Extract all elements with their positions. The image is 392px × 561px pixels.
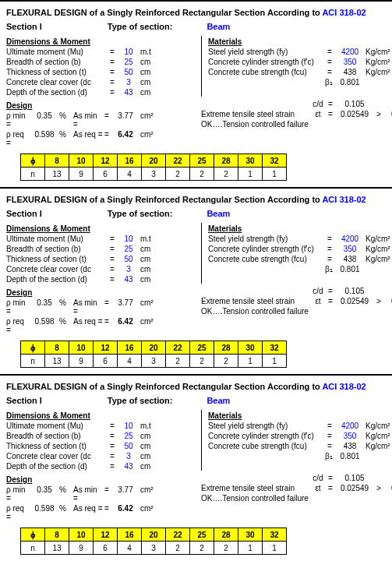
rho-val: 0.598 (30, 317, 59, 334)
design-heading: Design (6, 288, 193, 297)
dim-label: Depth of the section (d) (6, 88, 108, 97)
phi-label: ϕ (21, 528, 45, 542)
eq: = (325, 68, 334, 76)
bar-count: 2 (190, 542, 214, 555)
gt: > (374, 297, 383, 305)
eq: = (108, 58, 117, 66)
dim-label: Ultimate moment (Mu) (6, 48, 108, 56)
dim-label: Breadth of section (b) (6, 432, 108, 440)
mat-label: Concrete cube strength (fcu) (208, 442, 325, 450)
dr-val (335, 307, 374, 316)
dr-sym: εt (310, 110, 326, 118)
as-unit: cm² (140, 485, 164, 503)
eq: = (108, 432, 117, 440)
pct: % (59, 317, 73, 334)
bar-size: 12 (94, 341, 118, 355)
bar-size: 22 (166, 154, 190, 168)
dim-unit: cm (140, 68, 164, 76)
dim-unit: m.t (140, 422, 164, 430)
table-row: ϕ 8101216202225283032 (21, 528, 287, 542)
dr-sym: εt (310, 297, 326, 305)
rho-val: 0.35 (30, 298, 59, 316)
dim-unit: cm (140, 255, 164, 263)
bar-count: 1 (238, 542, 263, 555)
mat-val: 4200 (334, 422, 366, 430)
eq: = (326, 474, 335, 482)
mat-val: 0.801 (334, 452, 366, 460)
as-val: 3.77 (111, 111, 140, 129)
pct: % (59, 504, 73, 521)
eq: = (326, 110, 335, 118)
dim-val: 25 (117, 58, 140, 66)
bar-count: 4 (118, 542, 142, 555)
as-val: 3.77 (111, 298, 140, 316)
eq: = (108, 442, 117, 450)
eq: = (108, 275, 117, 284)
dr-sym (310, 307, 326, 316)
dr-sym: εt (310, 484, 326, 492)
title: FLEXURAL DESIGN of a Singly Reinforced R… (6, 382, 386, 391)
mat-val: 0.801 (334, 78, 366, 86)
pct: % (59, 298, 73, 316)
dr-val: 0.105 (335, 287, 374, 295)
dim-label: Ultimate moment (Mu) (6, 235, 108, 243)
dr-lim (383, 494, 392, 503)
section-type-row: Section I Type of section: Beam (6, 22, 386, 31)
design-right: c/d = 0.105 Extreme tensile steel strain… (201, 287, 392, 334)
eq: β₁ = (325, 265, 334, 273)
eq: = (108, 235, 117, 243)
bar-size: 32 (263, 341, 287, 355)
dim-unit: cm (140, 78, 164, 86)
dim-unit: cm (140, 58, 164, 66)
bar-size: 30 (238, 154, 263, 168)
design-heading: Design (6, 475, 193, 484)
dr-lim (383, 474, 392, 482)
dim-unit: cm (140, 452, 164, 460)
title-text: FLEXURAL DESIGN of a Singly Reinforced R… (6, 382, 322, 391)
eq: = (108, 255, 117, 263)
mat-val: 438 (334, 255, 366, 263)
eq (326, 120, 335, 129)
dr-label (201, 287, 310, 295)
mat-unit: Kg/cm² (366, 432, 392, 440)
rho-label: ρ req = (6, 504, 30, 521)
dim-unit: cm (140, 88, 164, 97)
bar-table: ϕ 8101216202225283032 n 13964322211 (20, 527, 287, 555)
dr-val: 0.02549 (335, 484, 374, 492)
bar-size: 10 (69, 154, 94, 168)
dim-val: 25 (117, 245, 140, 253)
pct: % (59, 111, 73, 129)
dim-label: Thickness of section (t) (6, 255, 108, 263)
gt: > (374, 110, 383, 118)
design-section: FLEXURAL DESIGN of a Singly Reinforced R… (0, 187, 392, 374)
mat-val: 4200 (334, 235, 366, 243)
dim-label: Breadth of section (b) (6, 58, 108, 66)
bar-size: 32 (263, 528, 287, 542)
rho-val: 0.598 (30, 504, 59, 521)
bar-count: 2 (214, 355, 238, 368)
mat-val: 4200 (334, 48, 366, 56)
bar-size: 22 (166, 528, 190, 542)
bar-count: 4 (118, 355, 142, 368)
bar-size: 8 (45, 154, 69, 168)
dr-label: Extreme tensile steel strain (201, 110, 310, 118)
dim-label: Thickness of section (t) (6, 442, 108, 450)
bar-size: 25 (190, 341, 214, 355)
dim-unit: cm (140, 265, 164, 273)
bar-size: 20 (142, 154, 166, 168)
eq: = (108, 265, 117, 273)
rho-label: ρ req = (6, 130, 30, 147)
dr-label: OK….Tension controlled failure (201, 307, 310, 316)
title-code: ACI 318-02 (322, 195, 366, 204)
design-section: FLEXURAL DESIGN of a Singly Reinforced R… (0, 374, 392, 561)
mat-unit: Kg/cm² (366, 255, 392, 263)
mat-val: 0.801 (334, 265, 366, 273)
bar-count: 1 (238, 355, 263, 368)
phi-label: ϕ (21, 154, 45, 168)
bar-table: ϕ 8101216202225283032 n 13964322211 (20, 340, 287, 368)
bar-count: 2 (214, 168, 238, 181)
bar-count: 2 (166, 355, 190, 368)
dr-label: OK….Tension controlled failure (201, 120, 310, 129)
bar-size: 28 (214, 341, 238, 355)
dim-label: Concrete clear cover (dc (6, 452, 108, 460)
